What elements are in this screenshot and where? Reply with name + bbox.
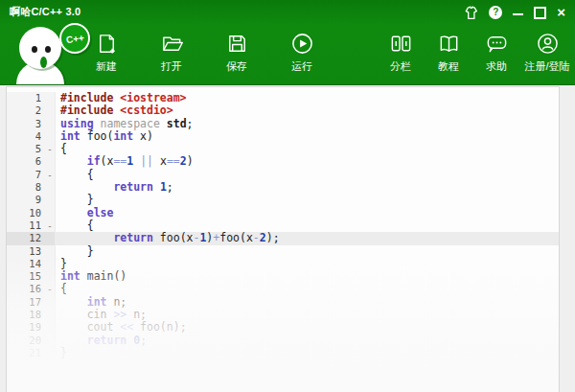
fold-gutter [45,118,56,130]
line-number: 13 [7,245,45,258]
fold-gutter [45,296,56,309]
code-line-2: 2#include <cstdio> [7,104,559,117]
line-number: 5 [7,143,45,155]
code-text: { [56,169,94,181]
line-number: 20 [7,334,45,347]
code-text: { [56,283,67,295]
fold-gutter [45,155,56,168]
fold-gutter [45,181,56,194]
save-button[interactable]: 保存 [212,23,262,74]
toolbar-button-label: 运行 [291,59,312,74]
split-columns-button[interactable]: 分栏 [380,23,422,74]
fold-gutter [45,130,56,143]
help-chat-icon [485,32,509,56]
code-line-20: 20 return 0; [7,334,559,347]
tutorial-button[interactable]: 教程 [427,23,470,74]
line-number: 8 [7,181,45,194]
line-number: 19 [7,321,45,334]
code-text: } [56,347,67,359]
code-text: else [56,207,113,219]
run-button[interactable]: 运行 [277,23,327,74]
help-icon[interactable]: ? [489,6,502,19]
logo-bubble-text: C++ [65,32,84,45]
fold-gutter [45,334,56,347]
code-text: if(x==1 || x==2) [56,155,194,168]
app-logo: C++ [12,25,100,84]
line-number: 14 [7,258,45,270]
line-number: 6 [7,155,45,168]
fold-gutter [45,258,56,270]
code-text: return foo(x-1)+foo(x-2); [56,232,280,244]
line-number: 7 [7,169,45,181]
line-number: 11 [7,219,45,232]
maximize-icon[interactable] [534,7,546,19]
code-line-5: 5-{ [7,143,559,155]
skin-icon[interactable] [463,6,478,20]
fold-gutter [45,245,56,258]
login-user-icon [536,32,560,56]
fold-gutter [45,347,56,359]
fold-gutter [45,92,56,104]
toolbar-button-label: 教程 [438,59,459,74]
code-editor[interactable]: 1#include <iostream>2#include <cstdio>3u… [6,86,560,392]
open-file-button[interactable]: 打开 [147,23,196,74]
toolbar-button-label: 打开 [161,59,182,74]
code-line-18: 18 cin >> n; [7,309,559,321]
line-number: 12 [7,232,45,244]
line-number: 10 [7,207,45,219]
app-header: 啊哈C/C++ 3.0 ? × [0,0,575,85]
toolbar-button-label: 注册/登陆 [524,59,569,74]
fold-gutter [45,207,56,219]
toolbar-button-label: 分栏 [390,59,411,74]
line-number: 17 [7,296,45,309]
code-text: int main() [56,270,126,283]
code-line-7: 7- { [7,169,559,181]
line-number: 1 [7,92,45,104]
fold-marker-icon[interactable]: - [45,169,56,181]
line-number: 9 [7,194,45,206]
code-line-12: 12 return foo(x-1)+foo(x-2); [7,232,559,244]
fold-gutter [45,232,56,244]
code-text: } [56,245,94,258]
logo-head [19,27,61,69]
code-line-6: 6 if(x==1 || x==2) [7,155,559,168]
titlebar: 啊哈C/C++ 3.0 ? × [0,0,575,23]
code-text: int n; [56,296,126,309]
code-text: return 1; [56,181,173,194]
open-folder-icon [160,32,184,56]
fold-gutter [45,270,56,283]
app-window: 啊哈C/C++ 3.0 ? × [0,0,575,392]
code-line-13: 13 } [7,245,559,258]
code-text: cin >> n; [56,309,147,321]
fold-marker-icon[interactable]: - [45,219,56,232]
code-text: int foo(int x) [56,130,153,143]
code-text: } [56,194,94,206]
login-button[interactable]: 注册/登陆 [523,23,571,74]
code-line-3: 3using namespace std; [7,118,559,130]
code-line-4: 4int foo(int x) [7,130,559,143]
logo-eye-left [32,46,37,53]
code-line-21: 21} [7,347,559,359]
code-text: } [56,258,67,270]
logo-mouth [40,57,47,68]
fold-marker-icon[interactable]: - [45,283,56,295]
toolbar-left-group: 新建 打开 保存 [81,23,327,84]
logo-cpp-bubble-icon: C++ [59,23,90,54]
code-line-16: 16-{ [7,283,559,295]
line-number: 15 [7,270,45,283]
fold-marker-icon[interactable]: - [45,143,56,155]
code-text: return 0; [56,334,147,347]
code-line-11: 11- { [7,219,559,232]
fold-gutter [45,194,56,206]
toolbar-button-label: 求助 [486,59,507,74]
split-columns-icon [389,32,413,56]
minimize-icon[interactable] [513,10,523,15]
close-icon[interactable]: × [557,6,565,19]
code-line-10: 10 else [7,207,559,219]
fold-gutter [45,321,56,334]
window-title: 啊哈C/C++ 3.0 [10,5,80,19]
code-line-14: 14} [7,258,559,270]
ask-help-button[interactable]: 求助 [475,23,518,74]
code-line-19: 19 cout << foo(n); [7,321,559,334]
maximize-box [534,7,546,19]
